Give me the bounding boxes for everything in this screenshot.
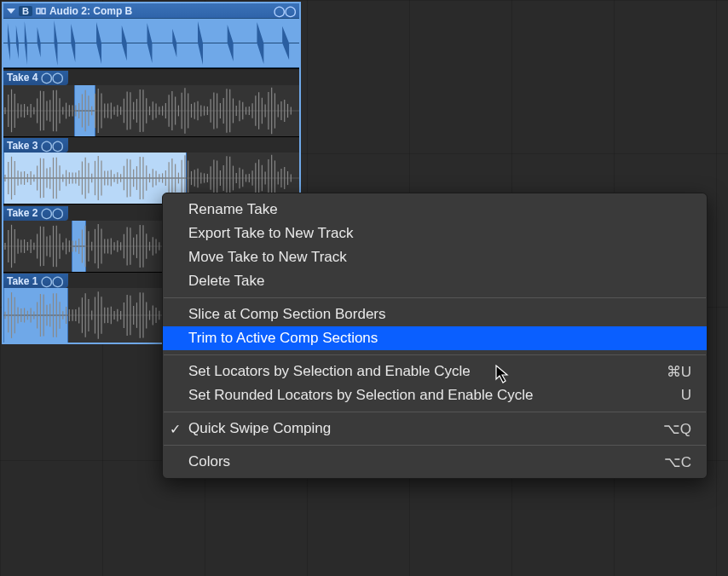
menu-item-label: Delete Take: [188, 273, 691, 290]
menu-separator: [164, 412, 706, 412]
comp-track-waveform[interactable]: [3, 19, 299, 68]
take-row[interactable]: Take 4 ◯◯: [3, 68, 299, 136]
loop-icon: ◯◯: [41, 140, 63, 152]
menu-separator: [164, 297, 706, 298]
menu-item[interactable]: Trim to Active Comp Sections: [163, 326, 707, 350]
menu-item[interactable]: Set Rounded Locators by Selection and En…: [163, 383, 707, 407]
take-name: Take 2: [7, 207, 38, 219]
take-label[interactable]: Take 2 ◯◯: [3, 206, 68, 221]
menu-separator: [164, 445, 706, 446]
checkmark-icon: ✓: [170, 421, 181, 437]
menu-separator: [164, 354, 706, 355]
menu-item[interactable]: Colors ⌥C: [163, 450, 707, 474]
take-name: Take 4: [7, 72, 38, 84]
menu-item-shortcut: U: [681, 387, 691, 404]
take-name: Take 3: [7, 140, 38, 152]
menu-item-shortcut: ⌥C: [664, 453, 691, 471]
menu-item-label: Slice at Comp Section Borders: [188, 306, 691, 323]
take-folder-title: Audio 2: Comp B: [49, 5, 270, 17]
menu-item[interactable]: Slice at Comp Section Borders: [163, 302, 707, 326]
comp-letter-badge[interactable]: B: [19, 6, 32, 16]
menu-item-label: Move Take to New Track: [188, 249, 691, 266]
menu-item-label: Trim to Active Comp Sections: [188, 330, 691, 347]
menu-item-label: Colors: [188, 453, 664, 470]
menu-item-label: Quick Swipe Comping: [188, 420, 663, 437]
loop-icon: ◯◯: [274, 5, 296, 17]
menu-item[interactable]: ✓ Quick Swipe Comping ⌥Q: [163, 417, 707, 441]
take-label[interactable]: Take 1 ◯◯: [3, 274, 68, 288]
menu-item-label: Set Locators by Selection and Enable Cyc…: [188, 363, 667, 380]
take-context-menu[interactable]: Rename Take Export Take to New Track Mov…: [162, 193, 708, 479]
menu-item[interactable]: Move Take to New Track: [163, 245, 707, 269]
disclosure-triangle-icon[interactable]: [7, 9, 15, 14]
loop-icon: ◯◯: [41, 275, 63, 287]
take-label[interactable]: Take 3 ◯◯: [3, 138, 68, 153]
menu-item[interactable]: Export Take to New Track: [163, 222, 707, 245]
menu-item-label: Rename Take: [188, 201, 691, 218]
take-name: Take 1: [7, 275, 38, 287]
loop-icon: ◯◯: [41, 207, 63, 219]
menu-item-label: Set Rounded Locators by Selection and En…: [188, 387, 681, 404]
loop-icon: ◯◯: [41, 72, 63, 84]
quick-swipe-icon[interactable]: [36, 6, 46, 16]
menu-item-shortcut: ⌥Q: [663, 420, 691, 438]
take-folder-header[interactable]: B Audio 2: Comp B ◯◯: [3, 3, 299, 19]
menu-item-label: Export Take to New Track: [188, 225, 691, 242]
menu-item[interactable]: Delete Take: [163, 269, 707, 293]
take-waveform[interactable]: [3, 85, 299, 136]
take-label[interactable]: Take 4 ◯◯: [3, 71, 68, 85]
menu-item[interactable]: Rename Take: [163, 198, 707, 222]
menu-item[interactable]: Set Locators by Selection and Enable Cyc…: [163, 360, 707, 383]
menu-item-shortcut: ⌘U: [667, 363, 691, 381]
